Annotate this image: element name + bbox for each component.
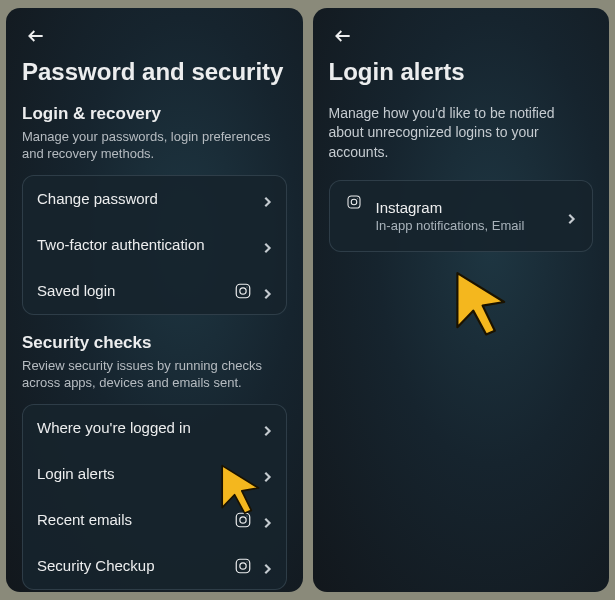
row-saved-login[interactable]: Saved login <box>23 268 286 314</box>
account-sub: In-app notifications, Email <box>376 218 553 233</box>
row-account-instagram[interactable]: Instagram In-app notifications, Email <box>330 181 593 251</box>
instagram-icon <box>234 557 252 575</box>
back-button[interactable] <box>22 22 50 50</box>
row-login-alerts[interactable]: Login alerts <box>23 451 286 497</box>
page-description: Manage how you'd like to be notified abo… <box>329 104 594 163</box>
chevron-right-icon <box>262 240 272 250</box>
password-security-screen: Password and security Login & recovery M… <box>6 8 303 592</box>
section-desc-security-checks: Review security issues by running checks… <box>22 357 287 392</box>
chevron-right-icon <box>566 211 576 221</box>
row-security-checkup[interactable]: Security Checkup <box>23 543 286 589</box>
row-two-factor[interactable]: Two-factor authentication <box>23 222 286 268</box>
account-text: Instagram In-app notifications, Email <box>376 199 553 233</box>
page-title: Password and security <box>22 58 287 86</box>
section-desc-login-recovery: Manage your passwords, login preferences… <box>22 128 287 163</box>
row-label: Saved login <box>37 282 224 299</box>
security-checks-card: Where you're logged in Login alerts Rece… <box>22 404 287 590</box>
section-heading-login-recovery: Login & recovery <box>22 104 287 124</box>
svg-rect-9 <box>348 196 360 208</box>
row-label: Change password <box>37 190 252 207</box>
row-label: Security Checkup <box>37 557 224 574</box>
chevron-right-icon <box>262 194 272 204</box>
svg-point-7 <box>239 563 245 569</box>
section-heading-security-checks: Security checks <box>22 333 287 353</box>
svg-point-11 <box>357 198 358 199</box>
account-name: Instagram <box>376 199 553 216</box>
page-title: Login alerts <box>329 58 594 86</box>
svg-rect-6 <box>236 559 250 573</box>
svg-point-4 <box>239 517 245 523</box>
chevron-right-icon <box>262 286 272 296</box>
instagram-icon <box>234 282 252 300</box>
svg-point-5 <box>246 515 247 516</box>
chevron-right-icon <box>262 469 272 479</box>
cursor-pointer-icon <box>443 266 515 338</box>
row-change-password[interactable]: Change password <box>23 176 286 222</box>
svg-point-10 <box>351 200 357 206</box>
row-recent-emails[interactable]: Recent emails <box>23 497 286 543</box>
accounts-card: Instagram In-app notifications, Email <box>329 180 594 252</box>
svg-rect-3 <box>236 513 250 527</box>
svg-point-2 <box>246 286 247 287</box>
svg-point-1 <box>239 288 245 294</box>
instagram-icon <box>234 511 252 529</box>
login-recovery-card: Change password Two-factor authenticatio… <box>22 175 287 315</box>
back-button[interactable] <box>329 22 357 50</box>
chevron-right-icon <box>262 561 272 571</box>
row-label: Recent emails <box>37 511 224 528</box>
row-label: Two-factor authentication <box>37 236 252 253</box>
login-alerts-screen: Login alerts Manage how you'd like to be… <box>313 8 610 592</box>
svg-rect-0 <box>236 284 250 298</box>
svg-point-8 <box>246 561 247 562</box>
chevron-right-icon <box>262 515 272 525</box>
row-label: Login alerts <box>37 465 252 482</box>
row-label: Where you're logged in <box>37 419 252 436</box>
row-where-logged-in[interactable]: Where you're logged in <box>23 405 286 451</box>
chevron-right-icon <box>262 423 272 433</box>
instagram-icon <box>346 194 362 210</box>
